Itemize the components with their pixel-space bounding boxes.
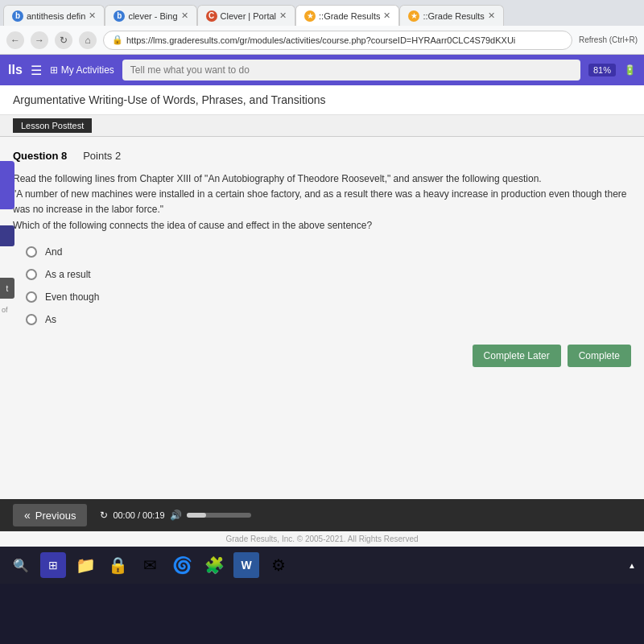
activities-label: My Activities bbox=[61, 64, 114, 76]
radio-even-though[interactable] bbox=[26, 291, 37, 303]
main-content: Question 8 Points 2 Read the following l… bbox=[0, 137, 644, 499]
question-points: Points 2 bbox=[83, 150, 121, 162]
taskbar-edge-icon[interactable]: 🌀 bbox=[169, 552, 195, 578]
option-as-a-result[interactable]: As a result bbox=[26, 269, 631, 280]
audio-progress-bar[interactable] bbox=[187, 513, 251, 518]
taskbar: 🔍 ⊞ 📁 🔒 ✉ 🌀 🧩 W ⚙ ▲ bbox=[0, 547, 644, 584]
refresh-hint: Refresh (Ctrl+R) bbox=[579, 35, 638, 44]
option-as-label: As bbox=[45, 314, 56, 325]
page-title-bar: Argumentative Writing-Use of Words, Phra… bbox=[0, 85, 644, 115]
refresh-button[interactable]: ↻ bbox=[55, 31, 72, 49]
option-and[interactable]: And bbox=[26, 246, 631, 258]
option-as[interactable]: As bbox=[26, 314, 631, 325]
app-logo: lls bbox=[8, 63, 23, 77]
tab-5[interactable]: ★ ::Grade Results ✕ bbox=[399, 5, 503, 26]
url-text: https://lms.graderesults.com/gr/modules/… bbox=[126, 35, 515, 45]
taskbar-settings-icon[interactable]: ⚙ bbox=[266, 552, 291, 578]
taskbar-right: ▲ bbox=[628, 561, 636, 570]
taskbar-lock-icon[interactable]: 🔒 bbox=[105, 552, 130, 578]
reload-icon: ↻ bbox=[100, 510, 108, 521]
copyright: Grade Results, Inc. © 2005-2021. All Rig… bbox=[0, 531, 644, 547]
question-number: Question 8 bbox=[13, 150, 67, 162]
address-bar: ← → ↻ ⌂ 🔒 https://lms.graderesults.com/g… bbox=[0, 26, 644, 55]
side-indicator bbox=[0, 161, 14, 209]
side-q bbox=[0, 225, 14, 246]
taskbar-start-icon[interactable]: ⊞ bbox=[40, 552, 66, 578]
taskbar-mail-icon[interactable]: ✉ bbox=[137, 552, 163, 578]
tab-5-close[interactable]: ✕ bbox=[488, 10, 495, 21]
option-as-a-result-label: As a result bbox=[45, 269, 91, 280]
question-header: Question 8 Points 2 bbox=[13, 150, 631, 162]
app-header: lls ☰ ⊞ My Activities 81% 🔋 bbox=[0, 55, 644, 85]
home-button[interactable]: ⌂ bbox=[79, 31, 97, 49]
lesson-label: Lesson Posttest bbox=[13, 118, 92, 133]
battery-icon: 🔋 bbox=[624, 64, 636, 76]
tab-1-label: antithesis defin bbox=[27, 11, 85, 21]
radio-as[interactable] bbox=[26, 314, 37, 325]
tab-3-label: Clever | Portal bbox=[221, 11, 277, 21]
tab-4-close[interactable]: ✕ bbox=[383, 10, 390, 21]
my-activities-button[interactable]: ⊞ My Activities bbox=[50, 64, 114, 76]
options-list: And As a result Even though As bbox=[26, 246, 631, 325]
page-title: Argumentative Writing-Use of Words, Phra… bbox=[13, 93, 326, 106]
url-bar[interactable]: 🔒 https://lms.graderesults.com/gr/module… bbox=[103, 31, 572, 50]
complete-button[interactable]: Complete bbox=[568, 345, 631, 367]
lesson-section: Lesson Posttest bbox=[0, 115, 644, 137]
audio-progress-fill bbox=[187, 513, 206, 518]
passage-text: "A number of new machines were installed… bbox=[13, 188, 626, 215]
action-buttons: Complete Later Complete bbox=[13, 345, 631, 367]
tab-2[interactable]: b clever - Bing ✕ bbox=[105, 5, 196, 26]
option-even-though[interactable]: Even though bbox=[26, 291, 631, 303]
tab-1[interactable]: b antithesis defin ✕ bbox=[3, 5, 105, 26]
taskbar-search-icon[interactable]: 🔍 bbox=[8, 552, 34, 578]
timer-text: 00:00 / 00:19 bbox=[113, 510, 164, 520]
option-and-label: And bbox=[45, 246, 62, 258]
percent-badge: 81% bbox=[588, 64, 616, 76]
prompt-text: Read the following lines from Chapter XI… bbox=[13, 173, 542, 184]
tab-4[interactable]: ★ ::Grade Results ✕ bbox=[295, 5, 399, 26]
complete-later-button[interactable]: Complete Later bbox=[473, 345, 561, 367]
option-even-though-label: Even though bbox=[45, 291, 99, 303]
browser-tabs: b antithesis defin ✕ b clever - Bing ✕ C… bbox=[0, 0, 644, 26]
taskbar-folder-icon[interactable]: 📁 bbox=[72, 552, 98, 578]
tab-3[interactable]: C Clever | Portal ✕ bbox=[197, 5, 296, 26]
bottom-nav: « Previous ↻ 00:00 / 00:19 🔊 bbox=[0, 499, 644, 531]
hamburger-icon[interactable]: ☰ bbox=[31, 63, 42, 78]
tab-1-close[interactable]: ✕ bbox=[89, 10, 96, 21]
tab-2-label: clever - Bing bbox=[128, 11, 177, 21]
search-input[interactable] bbox=[122, 60, 580, 80]
taskbar-teams-icon[interactable]: 🧩 bbox=[201, 552, 227, 578]
side-of: of bbox=[0, 306, 8, 314]
radio-as-a-result[interactable] bbox=[26, 269, 37, 280]
timer-section: ↻ 00:00 / 00:19 🔊 bbox=[100, 510, 250, 521]
radio-and[interactable] bbox=[26, 246, 37, 258]
copyright-text: Grade Results, Inc. © 2005-2021. All Rig… bbox=[225, 535, 418, 543]
tab-3-close[interactable]: ✕ bbox=[279, 10, 287, 21]
question-prompt: Read the following lines from Chapter XI… bbox=[13, 171, 631, 233]
volume-icon[interactable]: 🔊 bbox=[170, 510, 182, 521]
tab-5-label: ::Grade Results bbox=[423, 11, 484, 21]
forward-button[interactable]: → bbox=[31, 31, 48, 49]
tab-2-close[interactable]: ✕ bbox=[181, 10, 188, 21]
chevron-left-icon: « bbox=[24, 509, 31, 522]
back-button[interactable]: ← bbox=[6, 31, 24, 49]
task-text: Which of the following connects the idea… bbox=[13, 220, 372, 231]
tab-4-label: ::Grade Results bbox=[319, 11, 380, 21]
previous-label: Previous bbox=[35, 510, 76, 522]
previous-button[interactable]: « Previous bbox=[13, 504, 87, 526]
taskbar-word-icon[interactable]: W bbox=[233, 552, 259, 578]
side-t: t bbox=[0, 278, 14, 299]
